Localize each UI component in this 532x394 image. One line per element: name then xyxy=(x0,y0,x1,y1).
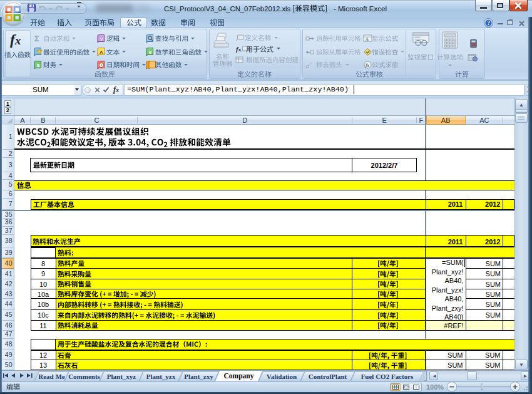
svg-text:fx: fx xyxy=(366,37,369,42)
svg-text:$: $ xyxy=(36,62,39,68)
svg-text:A: A xyxy=(100,49,103,55)
svg-text:θ: θ xyxy=(148,49,151,55)
svg-text:?: ? xyxy=(100,36,103,41)
svg-text:fx: fx xyxy=(366,63,369,68)
svg-text:?: ? xyxy=(487,20,490,26)
